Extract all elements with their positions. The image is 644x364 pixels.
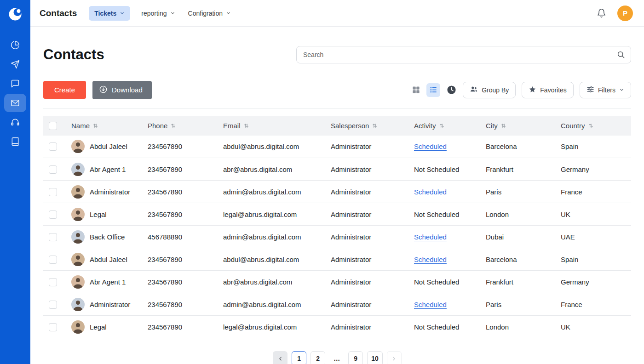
activity-clock-icon[interactable] [446, 85, 457, 95]
search-input[interactable] [296, 46, 631, 63]
activity-status: Not Scheduled [414, 210, 459, 218]
favorites-label: Favorites [540, 86, 567, 94]
activity-status[interactable]: Scheduled [414, 256, 447, 263]
contact-city: London [480, 203, 555, 226]
table-row[interactable]: Abr Agent 1 234567890 abr@abrus.digital.… [43, 158, 631, 181]
column-header-email[interactable]: Email [218, 116, 325, 136]
nav-reporting[interactable]: reporting [141, 10, 175, 17]
column-label: Name [71, 122, 90, 130]
contact-name: Abdul Jaleel [90, 256, 127, 263]
app-logo[interactable] [7, 6, 23, 24]
activity-status[interactable]: Scheduled [414, 301, 447, 308]
filters-button[interactable]: Filters [580, 82, 631, 98]
favorites-button[interactable]: Favorites [522, 82, 574, 98]
download-label: Download [112, 86, 143, 94]
contact-salesperson: Administrator [325, 136, 408, 158]
sidebar-item-campaigns[interactable] [4, 55, 26, 74]
pagination-page-button[interactable]: 2 [310, 351, 325, 364]
table-row[interactable]: Administrator 234567890 admin@abrus.digi… [43, 293, 631, 316]
row-checkbox[interactable] [49, 256, 57, 264]
contact-country: Germany [555, 271, 631, 293]
contact-name: Abr Agent 1 [90, 165, 126, 173]
table-row[interactable]: Legal 234567890 legal@abrus.digital.com … [43, 203, 631, 226]
nav-configuration[interactable]: Configration [188, 10, 231, 17]
group-by-button[interactable]: Group By [463, 82, 516, 98]
row-checkbox[interactable] [49, 188, 57, 196]
pagination-page-button[interactable]: 9 [348, 351, 363, 364]
sidebar-item-dashboard[interactable] [4, 36, 26, 54]
star-icon [529, 85, 536, 95]
row-checkbox[interactable] [49, 301, 57, 309]
contact-email: admin@abrus.digital.com [218, 226, 325, 248]
filters-sliders-icon [586, 85, 594, 95]
row-checkbox[interactable] [49, 278, 57, 286]
table-row[interactable]: Abdul Jaleel 234567890 abdul@abrus.digit… [43, 136, 631, 158]
column-header-salesperson[interactable]: Salesperson [325, 116, 408, 136]
column-header-phone[interactable]: Phone [142, 116, 218, 136]
contact-country: UK [555, 316, 631, 338]
contact-phone: 234567890 [142, 181, 218, 203]
sort-icon [171, 123, 176, 128]
sidebar-item-knowledge[interactable] [4, 132, 26, 151]
top-bar: Contacts Tickets reporting Configration … [30, 0, 644, 27]
contact-salesperson: Administrator [325, 248, 408, 271]
table-row[interactable]: Administrator 234567890 admin@abrus.digi… [43, 181, 631, 203]
group-by-people-icon [470, 85, 478, 95]
column-header-activity[interactable]: Activity [408, 116, 480, 136]
contact-country: UK [555, 203, 631, 226]
sidebar-item-contacts[interactable] [4, 94, 26, 112]
sidebar-item-chat[interactable] [4, 74, 26, 93]
contact-city: Barcelona [480, 248, 555, 271]
chevron-right-icon [391, 356, 397, 362]
contact-city: Paris [480, 181, 555, 203]
contact-phone: 234567890 [142, 136, 218, 158]
contact-phone: 234567890 [142, 248, 218, 271]
contact-email: legal@abrus.digital.com [218, 203, 325, 226]
column-label: Email [223, 122, 241, 130]
sidebar-item-support[interactable] [4, 113, 26, 131]
row-checkbox[interactable] [49, 165, 57, 174]
activity-status[interactable]: Scheduled [414, 233, 447, 241]
contact-country: UAE [555, 226, 631, 248]
row-checkbox[interactable] [49, 142, 57, 151]
activity-status[interactable]: Scheduled [414, 142, 447, 150]
row-checkbox[interactable] [49, 210, 57, 219]
nav-tickets[interactable]: Tickets [89, 6, 130, 21]
notification-bell-icon[interactable] [597, 8, 606, 18]
contact-country: France [555, 293, 631, 316]
column-header-city[interactable]: City [480, 116, 555, 136]
sort-icon [501, 123, 506, 128]
pagination-page-current[interactable]: 1 [292, 351, 306, 364]
chevron-down-icon [226, 10, 231, 17]
activity-status[interactable]: Scheduled [414, 188, 447, 196]
table-row[interactable]: Legal 234567890 legal@abrus.digital.com … [43, 316, 631, 338]
pagination-prev-button[interactable] [273, 351, 288, 364]
select-all-checkbox[interactable] [49, 122, 57, 130]
pagination-page-button[interactable]: 10 [367, 351, 383, 364]
row-checkbox[interactable] [49, 233, 57, 241]
app-title: Contacts [40, 8, 77, 18]
table-row[interactable]: Back Office 456788890 admin@abrus.digita… [43, 226, 631, 248]
list-view-icon[interactable] [426, 83, 440, 97]
contact-salesperson: Administrator [325, 271, 408, 293]
chevron-down-icon [120, 10, 125, 17]
column-header-name[interactable]: Name [66, 116, 142, 136]
kanban-view-icon[interactable] [412, 85, 420, 94]
table-row[interactable]: Abdul Jaleel 234567890 abdul@abrus.digit… [43, 248, 631, 271]
contact-city: Frankfurt [480, 158, 555, 181]
contact-email: legal@abrus.digital.com [218, 316, 325, 338]
contact-phone: 234567890 [142, 271, 218, 293]
create-button[interactable]: Create [43, 81, 86, 99]
download-button[interactable]: Download [92, 81, 152, 99]
row-checkbox[interactable] [49, 323, 57, 331]
user-avatar[interactable]: P [617, 6, 633, 21]
contact-email: abdul@abrus.digital.com [218, 248, 325, 271]
activity-status: Not Scheduled [414, 323, 459, 331]
column-header-country[interactable]: Country [555, 116, 631, 136]
contact-name: Legal [90, 210, 107, 218]
main-content: Contacts Create Download [30, 37, 644, 364]
column-label: Salesperson [331, 122, 369, 130]
pagination-next-button[interactable] [387, 351, 402, 364]
contact-city: Dubai [480, 226, 555, 248]
table-row[interactable]: Abr Agent 1 234567890 abr@abrus.digital.… [43, 271, 631, 293]
